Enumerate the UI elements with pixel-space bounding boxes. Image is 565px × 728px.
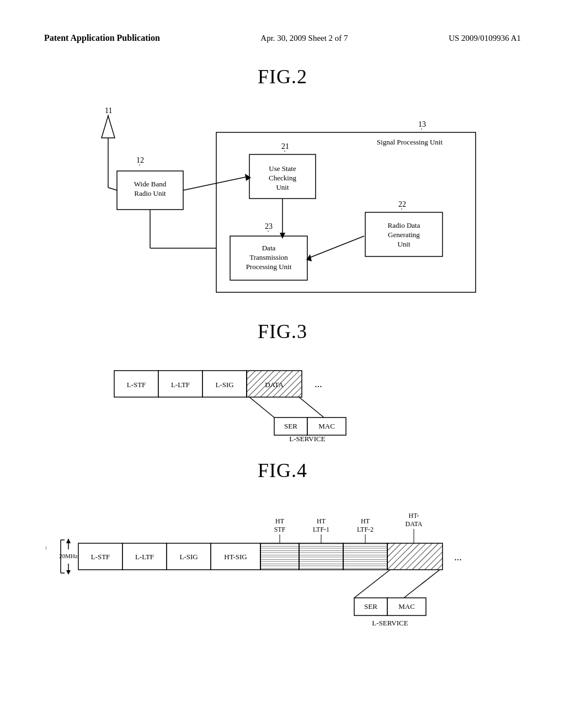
svg-text:Processing Unit: Processing Unit bbox=[246, 263, 292, 271]
fig4-diagram: ANT_1 20MHz L-STF L-LTF bbox=[45, 493, 520, 647]
svg-text:L-SERVICE: L-SERVICE bbox=[289, 435, 325, 442]
svg-text:Unit: Unit bbox=[276, 183, 289, 191]
svg-text:...: ... bbox=[315, 378, 322, 389]
svg-text:SER: SER bbox=[284, 422, 297, 430]
svg-text:Use State: Use State bbox=[269, 164, 296, 173]
svg-text:L-SIG: L-SIG bbox=[179, 553, 198, 561]
svg-text:11: 11 bbox=[105, 106, 112, 115]
svg-text:Transmission: Transmission bbox=[249, 253, 288, 261]
fig4-title: FIG.4 bbox=[44, 459, 521, 482]
fig3-section: FIG.3 L-STF L-LTF L-SIG DATA bbox=[44, 320, 521, 442]
svg-text:HT: HT bbox=[361, 517, 370, 525]
header-patent-number: US 2009/0109936 A1 bbox=[449, 34, 521, 43]
svg-text:LTF-1: LTF-1 bbox=[313, 526, 329, 533]
header-date-sheet: Apr. 30, 2009 Sheet 2 of 7 bbox=[260, 34, 348, 43]
svg-text:HT-: HT- bbox=[409, 512, 419, 520]
svg-text:Unit: Unit bbox=[397, 240, 411, 248]
fig2-section: FIG.2 11 12 Wide Band Radio Unit bbox=[44, 65, 521, 303]
svg-text:L-STF: L-STF bbox=[91, 553, 110, 561]
svg-text:HT: HT bbox=[275, 517, 285, 525]
svg-text:13: 13 bbox=[418, 120, 426, 129]
svg-marker-74 bbox=[66, 570, 71, 575]
svg-text:MAC: MAC bbox=[398, 602, 415, 611]
svg-text:L-LTF: L-LTF bbox=[135, 553, 154, 561]
page: Patent Application Publication Apr. 30, … bbox=[0, 0, 565, 728]
fig3-title: FIG.3 bbox=[44, 320, 521, 343]
svg-text:ANT_1: ANT_1 bbox=[45, 543, 46, 562]
svg-marker-2 bbox=[102, 116, 115, 138]
svg-text:SER: SER bbox=[364, 602, 377, 611]
svg-text:Wide Band: Wide Band bbox=[134, 180, 167, 188]
fig2-diagram: 11 12 Wide Band Radio Unit bbox=[67, 99, 498, 303]
header: Patent Application Publication Apr. 30, … bbox=[44, 33, 521, 43]
svg-text:STF: STF bbox=[274, 526, 286, 533]
svg-text:22: 22 bbox=[398, 200, 406, 208]
fig4-section: FIG.4 ANT_1 bbox=[44, 459, 521, 647]
svg-text:21: 21 bbox=[281, 142, 289, 151]
svg-text:Radio Data: Radio Data bbox=[388, 221, 420, 229]
svg-rect-85 bbox=[343, 543, 387, 570]
svg-text:20MHz: 20MHz bbox=[59, 553, 78, 559]
svg-line-100 bbox=[354, 570, 390, 598]
svg-marker-72 bbox=[66, 538, 71, 543]
svg-text:Data: Data bbox=[262, 244, 276, 252]
svg-rect-84 bbox=[299, 543, 343, 570]
svg-text:DATA: DATA bbox=[265, 381, 284, 389]
svg-text:...: ... bbox=[454, 552, 462, 563]
svg-text:L-STF: L-STF bbox=[127, 381, 146, 389]
svg-rect-83 bbox=[260, 543, 299, 570]
svg-line-10 bbox=[108, 188, 117, 190]
svg-rect-86 bbox=[387, 543, 443, 570]
svg-text:12: 12 bbox=[136, 156, 144, 164]
svg-text:HT: HT bbox=[317, 517, 326, 525]
svg-text:L-LTF: L-LTF bbox=[171, 381, 190, 389]
svg-line-101 bbox=[404, 570, 440, 598]
header-publication-text: Patent Application Publication bbox=[44, 33, 160, 43]
svg-text:L-SERVICE: L-SERVICE bbox=[372, 619, 408, 627]
svg-text:LTF-2: LTF-2 bbox=[357, 526, 374, 533]
svg-text:L-SIG: L-SIG bbox=[215, 381, 233, 389]
fig3-diagram: L-STF L-LTF L-SIG DATA ... bbox=[103, 354, 462, 442]
svg-line-55 bbox=[299, 397, 324, 417]
svg-text:DATA: DATA bbox=[405, 520, 422, 528]
svg-text:MAC: MAC bbox=[318, 422, 335, 430]
svg-text:Generating: Generating bbox=[388, 231, 420, 239]
svg-text:HT-SIG: HT-SIG bbox=[224, 553, 247, 561]
fig2-title: FIG.2 bbox=[44, 65, 521, 88]
svg-text:23: 23 bbox=[265, 222, 273, 231]
svg-text:Signal Processing Unit: Signal Processing Unit bbox=[377, 138, 443, 146]
svg-text:Checking: Checking bbox=[269, 174, 296, 182]
svg-line-54 bbox=[249, 397, 274, 417]
svg-text:Radio Unit: Radio Unit bbox=[134, 189, 166, 197]
